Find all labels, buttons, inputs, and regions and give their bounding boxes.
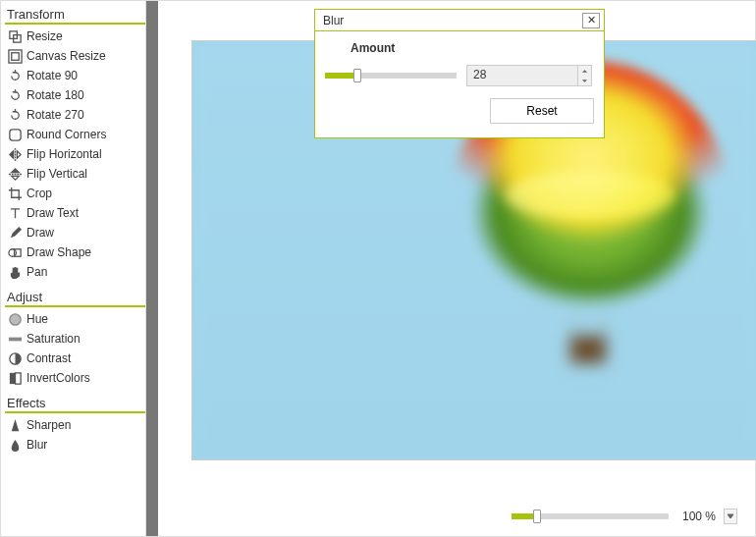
- sidebar-item-hue[interactable]: Hue: [5, 309, 145, 329]
- sidebar-item-round-corners[interactable]: Round Corners: [5, 125, 145, 144]
- zoom-dropdown[interactable]: [724, 509, 737, 524]
- section-header-adjust: Adjust: [5, 286, 145, 307]
- sidebar-item-label: Draw: [27, 226, 54, 240]
- zoom-slider[interactable]: [512, 513, 669, 519]
- section-header-transform: Transform: [5, 3, 145, 25]
- draw-shape-icon: [7, 244, 23, 260]
- svg-rect-8: [8, 337, 21, 341]
- canvas-resize-icon: [7, 48, 23, 64]
- sidebar-item-label: Round Corners: [27, 128, 106, 141]
- sidebar-item-sharpen[interactable]: Sharpen: [5, 415, 145, 435]
- chevron-down-icon: [581, 79, 588, 83]
- sidebar-item-label: Hue: [27, 312, 48, 326]
- sidebar-item-rotate-180[interactable]: Rotate 180: [5, 85, 145, 105]
- amount-spinner[interactable]: 28: [466, 65, 592, 86]
- amount-label: Amount: [351, 41, 594, 55]
- zoom-control: 100 %: [512, 509, 737, 524]
- sidebar-item-label: Draw Text: [27, 206, 79, 220]
- svg-rect-4: [9, 129, 20, 139]
- contrast-icon: [7, 350, 23, 366]
- sidebar-item-label: Draw Shape: [27, 245, 91, 259]
- sidebar-item-label: Sharpen: [27, 418, 71, 432]
- sidebar-item-label: Flip Vertical: [27, 167, 87, 181]
- sidebar-item-resize[interactable]: Resize: [5, 27, 145, 46]
- zoom-slider-thumb[interactable]: [533, 510, 541, 523]
- svg-rect-11: [15, 372, 21, 383]
- round-corners-icon: [7, 127, 23, 142]
- chevron-down-icon: [727, 512, 734, 520]
- zoom-label: 100 %: [676, 510, 716, 523]
- sidebar-item-draw-text[interactable]: Draw Text: [5, 203, 145, 223]
- blur-icon: [7, 437, 23, 453]
- sidebar-item-label: Pan: [27, 265, 47, 279]
- sidebar-item-rotate-90[interactable]: Rotate 90: [5, 66, 145, 85]
- sidebar-item-label: Saturation: [27, 332, 81, 346]
- zoom-slider-fill: [512, 513, 533, 519]
- amount-slider-fill: [325, 73, 353, 79]
- svg-rect-2: [8, 49, 21, 62]
- rotate-icon: [7, 68, 23, 83]
- dialog-titlebar[interactable]: Blur ✕: [315, 10, 604, 31]
- resize-icon: [7, 28, 23, 44]
- amount-slider-thumb[interactable]: [353, 69, 361, 82]
- reset-button[interactable]: Reset: [490, 98, 594, 124]
- sidebar-item-crop[interactable]: Crop: [5, 184, 145, 203]
- saturation-icon: [7, 331, 23, 347]
- rotate-icon: [7, 107, 23, 123]
- sidebar-item-flip-horizontal[interactable]: Flip Horizontal: [5, 144, 145, 164]
- dialog-title: Blur: [323, 14, 344, 27]
- sidebar-item-saturation[interactable]: Saturation: [5, 329, 145, 349]
- amount-step-up[interactable]: [578, 66, 591, 76]
- sidebar-item-label: Rotate 90: [27, 69, 78, 82]
- sidebar-item-draw-shape[interactable]: Draw Shape: [5, 242, 145, 262]
- sidebar-item-label: Crop: [27, 187, 52, 200]
- sidebar-item-canvas-resize[interactable]: Canvas Resize: [5, 46, 145, 66]
- sidebar-item-label: Blur: [27, 438, 47, 452]
- sidebar: Transform Resize Canvas Resize Rotate 90…: [1, 1, 146, 536]
- amount-value[interactable]: 28: [467, 66, 577, 85]
- sidebar-item-label: Rotate 270: [27, 108, 84, 122]
- rotate-icon: [7, 87, 23, 103]
- invert-icon: [7, 370, 23, 386]
- pan-icon: [7, 264, 23, 280]
- flip-vertical-icon: [7, 166, 23, 182]
- sidebar-item-label: Resize: [27, 29, 63, 43]
- close-icon: ✕: [587, 15, 596, 26]
- sidebar-item-draw[interactable]: Draw: [5, 223, 145, 242]
- sidebar-scrollbar[interactable]: [146, 1, 158, 536]
- sidebar-item-invert[interactable]: InvertColors: [5, 368, 145, 388]
- main-area: 100 % Blur ✕ Amount 2: [158, 1, 755, 536]
- dialog-close-button[interactable]: ✕: [582, 13, 600, 28]
- hue-icon: [7, 311, 23, 327]
- draw-icon: [7, 225, 23, 241]
- sidebar-item-label: Flip Horizontal: [27, 147, 102, 161]
- svg-point-7: [9, 313, 20, 324]
- section-header-effects: Effects: [5, 392, 145, 413]
- sidebar-item-flip-vertical[interactable]: Flip Vertical: [5, 164, 145, 184]
- svg-point-5: [8, 248, 16, 256]
- sidebar-item-label: Rotate 180: [27, 88, 84, 102]
- sidebar-item-label: InvertColors: [27, 371, 90, 385]
- sidebar-item-label: Canvas Resize: [27, 49, 106, 63]
- crop-icon: [7, 186, 23, 201]
- blur-dialog: Blur ✕ Amount 28: [314, 9, 605, 138]
- sidebar-item-label: Contrast: [27, 351, 71, 365]
- amount-slider[interactable]: [325, 73, 457, 79]
- draw-text-icon: [7, 205, 23, 221]
- svg-rect-3: [11, 52, 19, 60]
- svg-rect-10: [9, 372, 15, 383]
- sharpen-icon: [7, 417, 23, 433]
- sidebar-item-blur[interactable]: Blur: [5, 435, 145, 455]
- amount-step-down[interactable]: [578, 76, 591, 85]
- flip-horizontal-icon: [7, 146, 23, 162]
- sidebar-item-pan[interactable]: Pan: [5, 262, 145, 282]
- chevron-up-icon: [581, 69, 588, 74]
- sidebar-item-contrast[interactable]: Contrast: [5, 349, 145, 368]
- sidebar-item-rotate-270[interactable]: Rotate 270: [5, 105, 145, 125]
